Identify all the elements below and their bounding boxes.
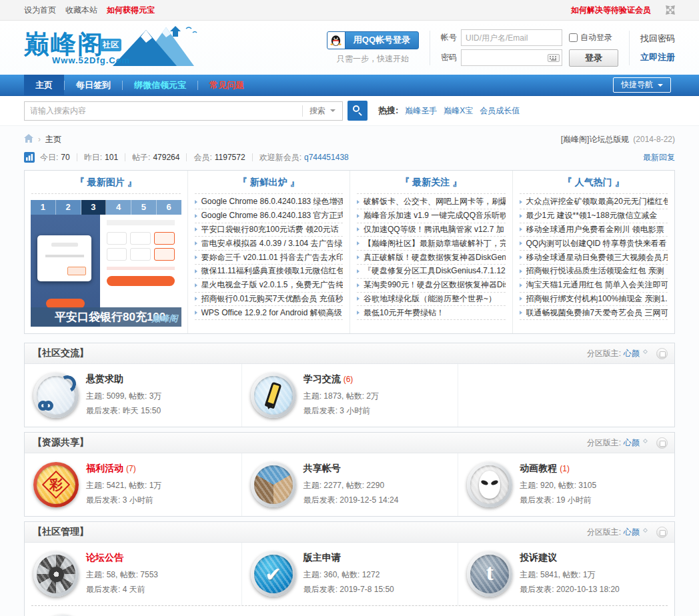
last-post-label: 最后发表: <box>86 585 120 594</box>
list-item[interactable]: 最少1元 建设**领1~188元微信立减金 <box>520 209 668 223</box>
list-item[interactable]: 淘宝天猫1元通用红包 简单入会关注即可 <box>520 279 668 293</box>
search-input[interactable] <box>25 106 302 115</box>
register-link[interactable]: 立即注册 <box>640 51 675 63</box>
list-item[interactable]: 招商银行绑支付机构100%抽现金 亲测1. <box>520 293 668 307</box>
list-item[interactable]: Google Chrome 86.0.4240.183 官方正式 <box>195 209 343 223</box>
bookmark-link[interactable]: 收藏本站 <box>65 5 97 16</box>
auto-login-option[interactable]: 自动登录 <box>569 32 612 43</box>
list-item[interactable]: 招商银行0.01元购买7天优酷会员 充值秒 <box>195 293 343 307</box>
list-item[interactable]: 联通畅视菌免费抽7天爱奇艺会员 三网可 <box>520 306 668 320</box>
last-post-time[interactable]: 4 天前 <box>123 585 145 594</box>
section-resources: 【资源共享】 分区版主: 心颜 彩 福利活动(7) 主题: 5421, 帖数: … <box>24 432 675 517</box>
forum-title[interactable]: 动画教程 <box>520 463 557 473</box>
get-yuanbao-link[interactable]: 如何获得元宝 <box>107 5 155 16</box>
list-item[interactable]: 星火电视盒子版 v2.0.1.5，免费无广告纯 <box>195 279 343 293</box>
nav-item-wechat-yuanbao[interactable]: 绑微信领元宝 <box>123 75 197 96</box>
last-post-time[interactable]: 3 小时前 <box>339 406 370 415</box>
search-type-select[interactable]: 搜索 <box>302 105 342 117</box>
share-globe-icon[interactable] <box>251 462 296 507</box>
mask-icon[interactable] <box>467 462 512 507</box>
slider-tab[interactable]: 1 <box>31 200 56 215</box>
slider-tab[interactable]: 3 <box>81 200 107 215</box>
list-item[interactable]: 移动全球通星动日免费领三大视频会员月 <box>520 251 668 265</box>
list-item[interactable]: Google Chrome 86.0.4240.183 绿色增强 <box>195 195 343 209</box>
list-item[interactable]: 平安口袋银行80充100元话费 领20元话 <box>195 223 343 237</box>
collapse-button[interactable] <box>656 348 668 359</box>
collapse-button[interactable] <box>656 437 668 449</box>
moderator-link[interactable]: 心颜 <box>624 348 640 359</box>
list-item[interactable]: 雷电安卓模拟器 4.0.39 / 3.104 去广告绿 <box>195 237 343 251</box>
find-password-link[interactable]: 找回密码 <box>640 33 675 45</box>
forum-title[interactable]: 版主申请 <box>303 552 341 563</box>
wheel-icon[interactable] <box>33 551 79 597</box>
forum-title[interactable]: 共享帐号 <box>303 463 341 473</box>
forum-title[interactable]: 学习交流 <box>303 373 341 384</box>
slider-tab[interactable]: 4 <box>106 200 131 215</box>
hot-search-link-1[interactable]: 巅峰圣手 <box>405 105 437 117</box>
newest-member-link[interactable]: q744451438 <box>304 153 349 162</box>
stat-members-value: 1197572 <box>215 153 245 162</box>
last-post-time[interactable]: 2020-10-13 18:20 <box>556 585 620 594</box>
image-slider[interactable]: 123456 平安口袋银行80充100 巅峰阁 <box>31 200 181 327</box>
latest-reply-link[interactable]: 最新回复 <box>643 152 675 163</box>
list-item[interactable]: WPS Office 12.9.2 for Android 解锁高级 <box>195 306 343 320</box>
hot-search-link-3[interactable]: 会员成长值 <box>480 105 520 117</box>
search-button[interactable] <box>347 101 368 121</box>
site-logo[interactable]: 巅峰阁社区 Www.52Dfg.Com <box>24 29 224 67</box>
keyboard-icon[interactable] <box>548 54 560 62</box>
set-homepage-link[interactable]: 设为首页 <box>24 5 56 16</box>
slider-tab[interactable]: 5 <box>131 200 157 215</box>
expand-arrows-icon[interactable] <box>666 5 675 15</box>
slider-tab[interactable]: 6 <box>157 200 181 215</box>
nav-item-faq[interactable]: 常见问题 <box>198 75 255 96</box>
last-post-time[interactable]: 2019-7-8 15:50 <box>339 585 394 594</box>
last-post-time[interactable]: 19 小时前 <box>556 495 592 505</box>
arrow-bullet-icon <box>195 227 197 231</box>
login-button[interactable]: 登录 <box>569 49 618 67</box>
nav-item-home[interactable]: 主页 <box>24 75 64 96</box>
list-item[interactable]: 要妳命三千 v20.11.01 抖音去广告去水印 <box>195 251 343 265</box>
breadcrumb-home[interactable]: 主页 <box>45 134 61 145</box>
qq-login-hint: 只需一步，快速开始 <box>327 53 419 65</box>
list-item[interactable]: 微保11.11福利盛典直接领取1元微信红包 <box>195 265 343 279</box>
list-item[interactable]: 【巅峰阁社区】最新勋章墙破解补丁，完 <box>357 237 506 251</box>
last-post-time[interactable]: 3 小时前 <box>123 495 153 505</box>
moderator-link[interactable]: 心颜 <box>624 527 640 538</box>
moderator-link[interactable]: 心颜 <box>624 437 640 449</box>
lottery-icon[interactable]: 彩 <box>33 462 79 507</box>
list-item[interactable]: 最低10元开年费绿钻！ <box>357 306 506 320</box>
slider-tab[interactable]: 2 <box>56 200 81 215</box>
home-icon[interactable] <box>24 134 33 145</box>
list-item[interactable]: 移动全球通用户免费看金刚川 领电影票 <box>520 223 668 237</box>
letter-t-icon[interactable]: t <box>467 551 512 597</box>
last-post-time[interactable]: 2019-12-5 14:24 <box>339 495 398 505</box>
forum-title[interactable]: 福利活动 <box>86 463 123 473</box>
quick-nav-button[interactable]: 快捷导航 <box>613 77 671 93</box>
list-item[interactable]: 巅峰音乐加速 v1.9 一键完成QQ音乐听歌 <box>357 209 506 223</box>
list-item[interactable]: 真正破解版！硬盘数据恢复神器DiskGeni <box>357 251 506 265</box>
forum-title[interactable]: 悬赏求助 <box>86 373 123 384</box>
nav-item-daily-signin[interactable]: 每日签到 <box>65 75 122 96</box>
check-icon[interactable]: ✔ <box>251 551 296 597</box>
list-item[interactable]: 某淘卖990元！硬盘分区数据恢复神器Dis <box>357 279 506 293</box>
forum-title[interactable]: 论坛公告 <box>86 552 123 563</box>
account-input[interactable] <box>461 29 562 46</box>
hot-search-link-2[interactable]: 巅峰X宝 <box>444 105 473 117</box>
forum-title[interactable]: 投诉建议 <box>520 552 557 563</box>
list-item[interactable]: 大众点评挖金矿领取最高20元无门槛红包 <box>520 195 668 209</box>
pencil-icon[interactable] <box>251 373 296 418</box>
list-item[interactable]: 招商银行悦读品质生活领现金红包 亲测 <box>520 265 668 279</box>
list-item[interactable]: 『硬盘修复分区工具DiskGenius4.7.1.127 <box>357 265 506 279</box>
verify-help-link[interactable]: 如何解决等待验证会员 <box>571 5 651 16</box>
list-item[interactable]: 仅加速QQ等级！腾讯电脑管家 v12.7 加 <box>357 223 506 237</box>
qq-login-button[interactable]: 用QQ帐号登录 <box>327 31 419 49</box>
last-post-time[interactable]: 昨天 15:50 <box>123 406 161 415</box>
list-item[interactable]: 谷歌地球绿化版（能游历整个世界~） <box>357 293 506 307</box>
collapse-button[interactable] <box>656 527 668 538</box>
rings-icon[interactable] <box>33 373 79 418</box>
list-item[interactable]: QQ内测可以创建QID 特享尊贵快来看看 <box>520 237 668 251</box>
last-post-label: 最后发表: <box>520 585 554 594</box>
forum-rules-link[interactable]: [巅峰阁]论坛总版规 <box>561 134 630 145</box>
list-item[interactable]: 破解饭卡、公交卡、网吧上网卡等，刷爆 <box>357 195 506 209</box>
auto-login-checkbox[interactable] <box>569 33 578 42</box>
